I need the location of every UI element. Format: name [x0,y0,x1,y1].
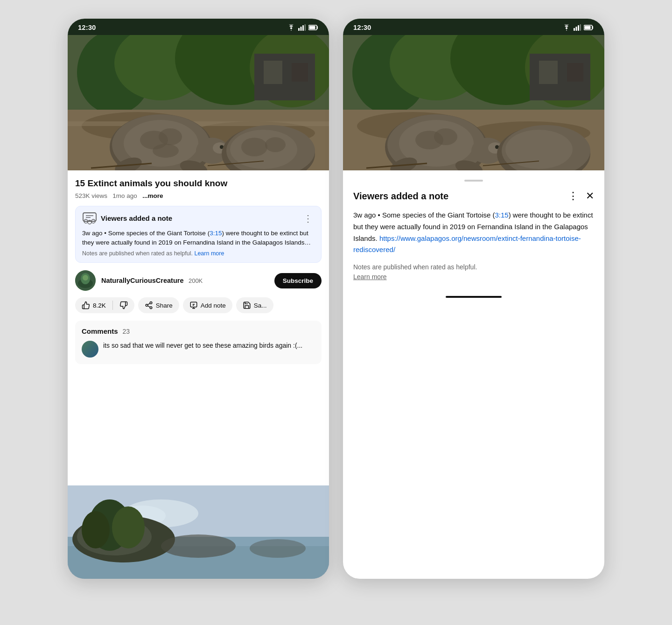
wifi-icon-right [562,24,571,31]
comment-item: its so sad that we will never get to see… [82,341,315,358]
video-thumbnail-left[interactable] [68,35,329,170]
comments-header: Comments 23 [82,327,315,335]
status-bar-left: 12:30 [68,19,329,35]
sheet-header: Viewers added a note ⋮ ✕ [353,190,594,202]
status-time-right: 12:30 [353,23,371,31]
save-icon [243,301,251,309]
battery-icon [308,25,319,30]
comment-text: its so sad that we will never get to see… [103,341,302,351]
like-dislike-group: 8.2K [75,297,134,313]
svg-point-45 [83,275,88,281]
svg-point-66 [82,511,110,548]
add-note-icon [189,301,198,309]
svg-rect-2 [302,25,304,31]
svg-point-65 [112,506,145,548]
thumbs-up-icon [82,301,90,309]
battery-icon-right [584,25,594,30]
more-button[interactable]: ...more [142,192,163,199]
note-footer-text: Notes are published when rated as helpfu… [82,250,193,257]
save-label: Sa... [254,302,267,309]
svg-rect-5 [309,26,315,29]
note-menu-icon[interactable]: ⋮ [301,213,315,224]
svg-point-22 [159,128,182,145]
sheet-body: 3w ago • Some species of the Giant Torto… [353,210,594,256]
svg-point-67 [161,534,236,558]
note-card: Viewers added a note ⋮ 3w ago • Some spe… [75,206,322,263]
video-thumbnail-right [343,35,604,170]
signal-icon-right [574,24,581,31]
note-header-left: Viewers added a note [82,212,172,225]
svg-point-68 [250,539,306,558]
note-text: 3w ago • Some species of the Giant Torto… [82,229,315,248]
channel-row: NaturallyCuriousCreature 200K Subscribe [75,270,322,291]
comments-section[interactable]: Comments 23 its so sad that we will neve… [75,321,322,364]
view-count: 523K views [75,192,107,199]
wifi-icon [287,24,295,31]
svg-point-90 [434,128,457,145]
sheet-url-link[interactable]: https://www.galapagos.org/newsroom/extin… [353,234,581,254]
svg-point-23 [153,144,179,158]
share-icon [145,301,153,309]
bottom-video-thumbnail[interactable] [68,485,329,579]
sheet-learn-more-link[interactable]: Learn more [353,273,387,281]
add-note-label: Add note [201,302,226,309]
note-icon [82,212,97,225]
share-label: Share [156,302,173,309]
like-count: 8.2K [93,302,106,309]
like-button[interactable]: 8.2K [75,297,112,313]
video-title: 15 Extinct animals you should know [75,178,322,190]
left-phone: 12:30 [68,19,329,579]
learn-more-link[interactable]: Learn more [194,250,224,257]
svg-line-50 [147,303,150,305]
svg-rect-71 [578,25,579,31]
right-phone: 12:30 [343,19,604,579]
channel-info: NaturallyCuriousCreature 200K [101,276,269,285]
channel-avatar[interactable] [75,270,96,291]
close-icon[interactable]: ✕ [586,190,594,202]
comments-label: Comments [82,327,118,335]
signal-icon [298,24,306,31]
svg-rect-12 [264,61,282,84]
note-footer: Notes are published when rated as helpfu… [82,250,315,257]
svg-rect-13 [292,63,308,82]
svg-line-49 [147,306,150,307]
dislike-button[interactable] [113,297,134,313]
content-left: 15 Extinct animals you should know 523K … [68,170,329,485]
more-options-icon[interactable]: ⋮ [568,190,578,202]
note-title: Viewers added a note [101,214,172,222]
note-age: 3w ago • [82,230,108,237]
svg-point-48 [150,307,152,309]
share-button[interactable]: Share [138,297,179,313]
comment-avatar [82,341,98,358]
channel-name[interactable]: NaturallyCuriousCreature [101,277,183,284]
svg-point-33 [265,137,286,152]
comments-count: 23 [123,328,130,335]
note-timestamp-link[interactable]: 3:15 [210,230,222,237]
sheet-timestamp-link[interactable]: 3:15 [495,211,508,219]
svg-rect-1 [301,27,302,31]
svg-rect-3 [305,24,306,31]
sheet-handle[interactable] [464,180,483,182]
svg-rect-82 [567,63,583,82]
svg-point-32 [241,138,267,156]
subscribe-button[interactable]: Subscribe [274,273,322,288]
save-button[interactable]: Sa... [236,297,273,313]
add-note-button[interactable]: Add note [183,297,232,313]
svg-rect-74 [585,26,591,29]
status-bar-right: 12:30 [343,19,604,35]
home-indicator[interactable] [446,296,502,298]
sheet-body-age: 3w ago • [353,211,382,219]
sheet-title: Viewers added a note [353,191,448,202]
thumbs-down-icon [119,301,128,309]
sheet-header-icons: ⋮ ✕ [568,190,594,202]
svg-rect-70 [576,27,577,31]
video-meta: 523K views 1mo ago ...more [75,192,322,199]
status-icons-right [562,24,594,31]
svg-point-46 [150,302,152,304]
sheet-footer: Notes are published when rated as helpfu… [353,262,594,282]
svg-rect-0 [298,28,300,31]
expanded-note-sheet: Viewers added a note ⋮ ✕ 3w ago • Some s… [343,170,604,316]
channel-subs: 200K [189,277,203,284]
svg-point-47 [146,304,148,307]
sheet-footer-text: Notes are published when rated as helpfu… [353,263,477,271]
